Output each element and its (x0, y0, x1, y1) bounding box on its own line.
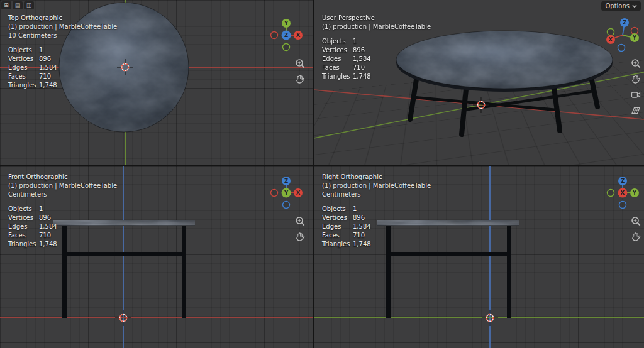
stat-label: Objects (322, 37, 353, 46)
viewport-shading-icon[interactable]: ▤ (13, 1, 23, 9)
perspective-grid-floor (314, 0, 644, 113)
stat-value: 710 (39, 72, 51, 81)
stat-row: Objects1 (322, 205, 431, 214)
gizmo-axis-x-neg (271, 190, 278, 197)
table-object-front-view[interactable] (0, 166, 313, 348)
stat-row: Triangles1,748 (322, 240, 431, 249)
table-top-surface (59, 3, 189, 132)
chevron-down-icon (632, 4, 637, 8)
table-brace (464, 91, 594, 110)
pan-hand-icon[interactable] (294, 73, 306, 85)
pan-hand-icon[interactable] (294, 231, 306, 242)
options-dropdown[interactable]: Options (601, 1, 641, 11)
svg-text:Y: Y (284, 20, 289, 26)
overlays-icon[interactable]: ◫ (24, 1, 34, 9)
gizmo-axis-z-neg (619, 202, 626, 209)
zoom-icon[interactable] (294, 58, 306, 69)
scene-breadcrumb: (1) production | MarbleCoffeeTable (8, 182, 117, 190)
stat-row: Edges1,584 (8, 63, 117, 72)
svg-text:X: X (609, 36, 613, 43)
navigation-gizmo[interactable]: Z Y X (604, 16, 641, 54)
3d-cursor (117, 59, 133, 78)
viewport-right-orthographic[interactable]: Right Orthographic (1) production | Marb… (314, 166, 644, 348)
viewport-top-orthographic[interactable]: ⊞ ▤ ◫ Top Orthographic (1) production | … (0, 0, 313, 165)
grid-scale-label: Centimeters (8, 190, 117, 199)
gizmo-axis-z-neg (618, 45, 625, 52)
camera-view-icon[interactable] (630, 89, 641, 101)
table-top-surface (396, 31, 613, 89)
pan-hand-icon[interactable] (630, 231, 641, 242)
stat-row: Triangles1,748 (8, 240, 117, 249)
svg-text:Y: Y (632, 190, 637, 196)
stat-label: Objects (322, 205, 353, 214)
stat-label: Edges (322, 222, 353, 231)
table-top-edge (396, 34, 613, 92)
svg-text:Z: Z (284, 178, 288, 184)
zoom-icon[interactable] (630, 58, 641, 69)
viewport-user-perspective[interactable]: Options User Perspective (1) production … (314, 0, 644, 165)
3d-cursor (473, 97, 489, 116)
viewport-overlay-text: Right Orthographic (1) production | Marb… (322, 173, 431, 249)
stat-value: 1,748 (39, 240, 57, 249)
grid-scale-label: 10 Centimeters (8, 31, 117, 40)
3d-cursor (115, 310, 131, 329)
blender-quad-view: ⊞ ▤ ◫ Top Orthographic (1) production | … (0, 0, 644, 348)
stat-row: Objects1 (8, 205, 117, 214)
viewport-tools (630, 58, 641, 116)
stat-label: Triangles (8, 81, 39, 90)
stat-value: 1,748 (353, 72, 371, 81)
pan-hand-icon[interactable] (630, 73, 641, 85)
stat-label: Triangles (8, 240, 39, 249)
viewport-front-orthographic[interactable]: Front Orthographic (1) production | Marb… (0, 166, 313, 348)
viewport-title: Front Orthographic (8, 173, 117, 182)
stat-value: 1,748 (353, 240, 371, 249)
zoom-icon[interactable] (630, 215, 641, 227)
options-label: Options (605, 1, 630, 11)
svg-text:Z: Z (284, 32, 288, 38)
stat-label: Faces (322, 63, 353, 72)
stat-row: Faces710 (8, 72, 117, 81)
table-top-edge (377, 220, 519, 226)
table-leg (462, 83, 467, 134)
svg-text:X: X (296, 190, 301, 196)
stat-value: 896 (39, 214, 51, 222)
stat-row: Objects1 (8, 46, 117, 55)
stat-row: Vertices896 (322, 214, 431, 222)
svg-text:X: X (296, 32, 301, 38)
stat-label: Faces (8, 231, 39, 240)
svg-text:Y: Y (284, 190, 289, 196)
stat-row: Objects1 (322, 37, 431, 46)
viewport-tools (294, 58, 306, 85)
axis-lines (314, 0, 644, 165)
table-object-top-view[interactable] (56, 0, 192, 135)
viewport-tools (294, 215, 306, 242)
viewport-tools (630, 215, 641, 242)
stat-row: Edges1,584 (322, 55, 431, 63)
table-leg (62, 226, 67, 318)
stat-label: Objects (8, 46, 39, 55)
stat-value: 1,584 (39, 63, 57, 72)
navigation-gizmo[interactable]: Z Y X (604, 174, 641, 212)
stat-row: Vertices896 (322, 46, 431, 55)
viewport-overlay-text: Top Orthographic (1) production | Marble… (8, 14, 117, 90)
stat-value: 1 (353, 37, 357, 46)
zoom-icon[interactable] (294, 215, 306, 227)
editor-type-icon[interactable]: ⊞ (1, 1, 11, 9)
stat-row: Vertices896 (8, 214, 117, 222)
gizmo-axis-y-neg (283, 44, 290, 51)
stat-value: 896 (39, 55, 51, 63)
stat-value: 1,584 (353, 222, 371, 231)
stat-row: Triangles1,748 (322, 72, 431, 81)
stat-value: 896 (353, 46, 365, 55)
navigation-gizmo[interactable]: Z X Y (267, 174, 305, 212)
table-object-right-view[interactable] (314, 166, 644, 348)
gizmo-axis-z-neg (283, 202, 290, 209)
svg-text:Z: Z (621, 178, 625, 184)
viewport-title: Right Orthographic (322, 173, 431, 182)
grid-plane-icon[interactable] (630, 105, 641, 116)
axis-y-line (314, 317, 644, 318)
stat-row: Edges1,584 (322, 222, 431, 231)
stat-row: Edges1,584 (8, 222, 117, 231)
navigation-gizmo[interactable]: Y X Z (267, 16, 305, 54)
stat-row: Faces710 (8, 231, 117, 240)
